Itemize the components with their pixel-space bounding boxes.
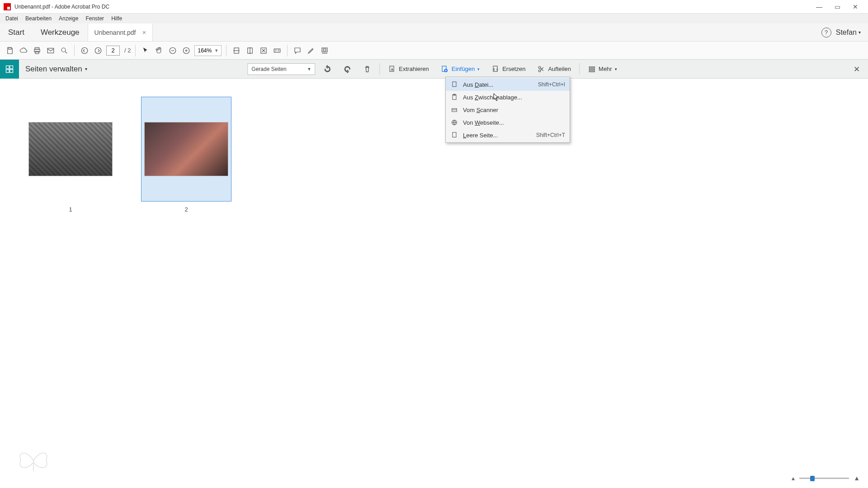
thumbnail-image [144, 122, 228, 176]
page-thumb-2[interactable]: 2 [141, 97, 231, 213]
svg-point-6 [81, 47, 88, 54]
fit-height-icon[interactable] [245, 45, 255, 56]
prev-page-icon[interactable] [79, 45, 90, 56]
menu-datei[interactable]: Datei [2, 14, 22, 23]
read-mode-icon[interactable] [272, 45, 283, 56]
organize-pages-icon [0, 60, 19, 79]
insert-blank-page[interactable]: Leere Seite... Shift+Ctrl+T [446, 129, 570, 141]
zoom-slider[interactable] [799, 478, 849, 479]
blank-page-icon [450, 131, 458, 139]
zoom-in-large-icon[interactable]: ▲ [854, 474, 860, 482]
print-icon[interactable] [32, 45, 42, 56]
comment-icon[interactable] [292, 45, 303, 56]
svg-rect-27 [589, 69, 594, 70]
cloud-icon[interactable] [18, 45, 29, 56]
thumbnail-label: 1 [69, 206, 72, 213]
svg-rect-4 [47, 48, 54, 53]
insert-from-scanner[interactable]: Vom Scanner [446, 103, 570, 116]
split-button[interactable]: Aufteilen [533, 63, 575, 75]
page-filter-value: Gerade Seiten [251, 66, 286, 72]
minimize-button[interactable]: — [810, 1, 828, 12]
tab-tools[interactable]: Werkzeuge [33, 23, 88, 41]
page-thumb-1[interactable]: 1 [25, 97, 116, 213]
pointer-icon[interactable] [140, 45, 151, 56]
menu-bearbeiten[interactable]: Bearbeiten [22, 14, 55, 23]
menu-fenster[interactable]: Fenster [82, 14, 108, 23]
svg-rect-13 [274, 49, 280, 52]
rotate-cw-button[interactable] [340, 63, 355, 75]
tab-row: Start Werkzeuge Unbenannt.pdf × ? Stefan… [0, 23, 868, 42]
zoom-in-icon[interactable] [181, 45, 192, 56]
title-bar: Unbenannt.pdf - Adobe Acrobat Pro DC — ▭… [0, 0, 868, 14]
stamp-icon[interactable] [319, 45, 330, 56]
insert-from-file[interactable]: Aus Datei... Shift+Ctrl+I [446, 78, 570, 91]
svg-rect-18 [6, 69, 9, 72]
hand-icon[interactable] [154, 45, 165, 56]
tab-close-icon[interactable]: × [142, 28, 146, 36]
organize-pages-title[interactable]: Seiten verwalten ▾ [25, 65, 87, 74]
thumbnail-zoom-control: ▴ ▲ [792, 474, 860, 482]
close-panel-button[interactable]: ✕ [852, 64, 862, 74]
fit-width-icon[interactable] [231, 45, 242, 56]
svg-rect-20 [390, 66, 394, 71]
user-menu[interactable]: Stefan ▾ [836, 28, 861, 37]
thumbnail-image [28, 122, 113, 176]
svg-rect-34 [453, 132, 456, 137]
save-icon[interactable] [5, 45, 15, 56]
delete-page-button[interactable] [359, 63, 375, 75]
svg-rect-17 [10, 66, 13, 69]
svg-rect-28 [589, 70, 594, 71]
svg-rect-15 [323, 49, 326, 51]
user-name: Stefan [836, 28, 857, 37]
zoom-out-small-icon[interactable]: ▴ [792, 474, 795, 482]
zoom-out-icon[interactable] [167, 45, 178, 56]
next-page-icon[interactable] [93, 45, 104, 56]
caret-down-icon: ▼ [307, 67, 311, 71]
shortcut-label: Shift+Ctrl+T [536, 132, 565, 138]
svg-rect-3 [35, 51, 39, 53]
page-number-input[interactable] [106, 46, 120, 56]
thumbnail-label: 2 [184, 206, 188, 213]
svg-rect-14 [322, 48, 327, 52]
svg-rect-26 [589, 66, 594, 67]
tab-document-label: Unbenannt.pdf [94, 29, 136, 36]
close-window-button[interactable]: ✕ [846, 1, 864, 12]
shortcut-label: Shift+Ctrl+I [538, 81, 565, 88]
page-total-label: / 2 [124, 47, 131, 54]
mail-icon[interactable] [45, 45, 56, 56]
fit-page-icon[interactable] [258, 45, 269, 56]
tab-document[interactable]: Unbenannt.pdf × [88, 23, 153, 41]
insert-dropdown-menu: Aus Datei... Shift+Ctrl+I Aus Zwischenab… [445, 77, 570, 143]
globe-icon [450, 118, 458, 127]
rotate-ccw-button[interactable] [320, 63, 335, 75]
caret-down-icon: ▾ [615, 67, 617, 71]
zoom-value: 164% [198, 47, 212, 54]
clipboard-icon [450, 93, 458, 101]
replace-button[interactable]: Ersetzen [488, 63, 529, 75]
maximize-button[interactable]: ▭ [828, 1, 846, 12]
extract-button[interactable]: Extrahieren [384, 63, 432, 75]
help-icon[interactable]: ? [821, 28, 831, 38]
search-icon[interactable] [59, 45, 70, 56]
caret-down-icon: ▼ [214, 48, 218, 53]
svg-point-25 [538, 70, 541, 72]
svg-rect-0 [9, 47, 11, 49]
menu-anzeige[interactable]: Anzeige [55, 14, 82, 23]
page-filter-select[interactable]: Gerade Seiten ▼ [247, 63, 315, 75]
app-icon [4, 3, 11, 10]
svg-point-7 [95, 47, 101, 54]
svg-rect-19 [10, 69, 13, 72]
insert-from-webpage[interactable]: Von Webseite... [446, 116, 570, 129]
insert-from-clipboard[interactable]: Aus Zwischenablage... [446, 91, 570, 103]
zoom-select[interactable]: 164% ▼ [194, 45, 222, 56]
highlight-icon[interactable] [306, 45, 316, 56]
organize-pages-toolbar: Seiten verwalten ▾ Gerade Seiten ▼ Extra… [0, 60, 868, 79]
more-button[interactable]: Mehr ▾ [584, 63, 621, 75]
caret-down-icon: ▾ [85, 66, 87, 71]
svg-point-24 [538, 66, 541, 69]
tab-start[interactable]: Start [0, 23, 33, 41]
butterfly-watermark [15, 445, 52, 476]
insert-button[interactable]: Einfügen ▾ [437, 63, 483, 75]
menu-hilfe[interactable]: Hilfe [108, 14, 126, 23]
main-toolbar: / 2 164% ▼ [0, 42, 868, 60]
